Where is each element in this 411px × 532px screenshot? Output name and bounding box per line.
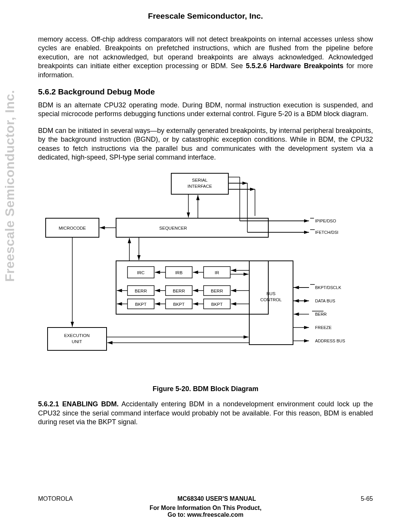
section-heading: 5.6.2 Background Debug Mode	[38, 87, 373, 96]
bkpt-label-3: BKPT	[211, 302, 223, 307]
signal-berr: BERR	[315, 312, 327, 316]
signal-ipipe-dso: IPIPE/DSO	[315, 219, 336, 223]
bkpt-label-2: BKPT	[173, 302, 185, 307]
berr-label-3: BERR	[211, 289, 223, 293]
bus-control-label-1: BUS	[266, 291, 276, 296]
serial-interface-label-2: INTERFACE	[188, 184, 212, 189]
para-4-bold: 5.6.2.1 ENABLING BDM.	[38, 400, 119, 408]
page-footer: MOTOROLA MC68340 USER'S MANUAL 5-65 For …	[38, 495, 373, 518]
footer-center: MC68340 USER'S MANUAL	[177, 495, 256, 502]
para-2: BDM is an alternate CPU32 operating mode…	[38, 101, 373, 119]
berr-label-2: BERR	[173, 289, 185, 293]
bkpt-label-1: BKPT	[135, 302, 147, 307]
signal-freeze: FREEZE	[315, 325, 331, 330]
page-header: Freescale Semiconductor, Inc.	[38, 11, 373, 21]
bdm-block-diagram: SERIAL INTERFACE MICROCODE SEQUENCER IRC…	[38, 169, 373, 383]
figure-caption: Figure 5-20. BDM Block Diagram	[38, 385, 373, 393]
microcode-label: MICROCODE	[59, 226, 86, 230]
para-4: 5.6.2.1 ENABLING BDM. Accidentally enter…	[38, 400, 373, 427]
irc-label: IRC	[137, 270, 145, 275]
svg-rect-14	[48, 328, 107, 350]
serial-interface-label-1: SERIAL	[192, 178, 208, 182]
execution-unit-label-2: UNIT	[72, 339, 82, 344]
para-1-bold: 5.5.2.6 Hardware Breakpoints	[246, 62, 344, 70]
signal-address-bus: ADDRESS BUS	[315, 339, 345, 343]
page-body: Freescale Semiconductor, Inc. memory acc…	[0, 0, 411, 532]
ir-label: IR	[215, 270, 219, 275]
para-3: BDM can be initiated in several ways—by …	[38, 126, 373, 162]
berr-label-1: BERR	[135, 289, 147, 293]
footer-line2: Go to: www.freescale.com	[38, 511, 373, 518]
bus-control-label-2: CONTROL	[260, 297, 282, 302]
execution-unit-label-1: EXECUTION	[64, 333, 89, 338]
signal-bkpt-dsclk: BKPT/DSCLK	[315, 285, 341, 290]
svg-rect-13	[249, 261, 293, 345]
irb-label: IRB	[175, 270, 183, 275]
footer-line1: For More Information On This Product,	[38, 505, 373, 511]
footer-right: 5-65	[361, 495, 373, 502]
para-1: memory access. Off-chip address comparat…	[38, 35, 373, 80]
signal-ifetch-dsi: IFETCH/DSI	[315, 230, 338, 235]
footer-left: MOTOROLA	[38, 495, 73, 502]
signal-data-bus: DATA BUS	[315, 299, 335, 303]
sequencer-label: SEQUENCER	[159, 226, 187, 230]
